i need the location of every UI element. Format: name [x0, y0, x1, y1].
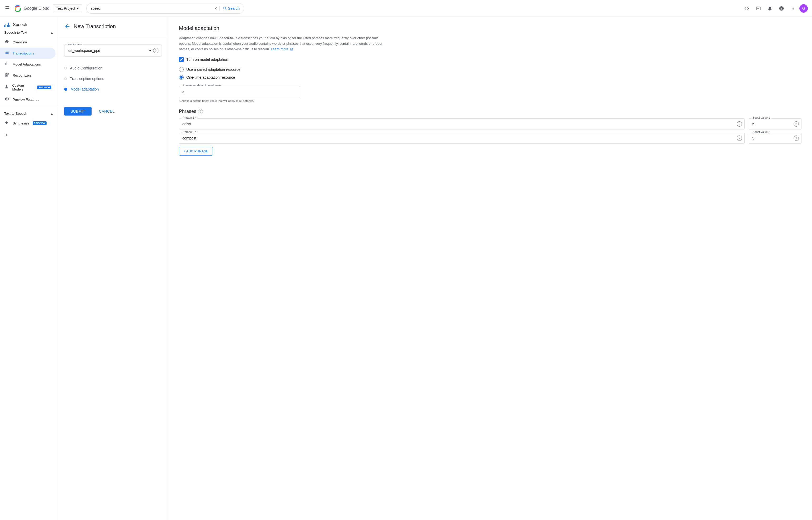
header-left: ☰ Google Cloud Test Project ▾: [4, 4, 82, 12]
model-adaptation-description: Adaptation changes how Speech-to-Text tr…: [179, 35, 384, 52]
speech-to-text-section[interactable]: Speech-to-Text ▲: [0, 28, 58, 36]
wizard-body: Workspace sst_workspace_ppd ▾ ? Audio Co…: [58, 36, 168, 122]
search-bar: ✕ Search: [86, 3, 244, 14]
phrases-section: Phrases ? Phrase 1 * ? Boost value 1 ?: [179, 109, 802, 156]
speech-waveform-icon: [4, 22, 10, 27]
sidebar-item-recognizers[interactable]: Recognizers: [0, 70, 55, 81]
boost-1-label: Boost value 1: [752, 116, 771, 119]
search-button[interactable]: Search: [219, 6, 240, 10]
header: ☰ Google Cloud Test Project ▾ ✕ Search: [0, 0, 812, 17]
google-cloud-text: Google Cloud: [24, 6, 50, 11]
sidebar-item-label: Synthesize: [12, 121, 29, 125]
search-label: Search: [228, 6, 240, 10]
sidebar-item-synthesize[interactable]: Synthesize PREVIEW: [0, 118, 55, 129]
workspace-dropdown-icon[interactable]: ▾: [149, 48, 151, 53]
hamburger-icon[interactable]: ☰: [4, 5, 10, 11]
boost-1-field: Boost value 1 ?: [749, 119, 802, 129]
step-audio-config[interactable]: Audio Configuration: [64, 63, 162, 73]
sidebar-item-custom-models[interactable]: Custom Models PREVIEW: [0, 81, 55, 94]
sidebar-item-transcriptions[interactable]: Transcriptions: [0, 48, 55, 59]
speech-to-text-label: Speech-to-Text: [4, 30, 27, 34]
phrases-help-icon[interactable]: ?: [198, 109, 203, 114]
radio-one-time-resource[interactable]: One-time adaptation resource: [179, 75, 802, 80]
phrase-2-input[interactable]: [179, 133, 744, 144]
model-adaptations-icon: [4, 61, 9, 67]
project-dropdown-icon: ▾: [77, 6, 79, 10]
workspace-selector[interactable]: Workspace sst_workspace_ppd ▾ ?: [64, 45, 162, 57]
phrase-2-field: Phrase 2 * ?: [179, 133, 744, 144]
phrases-title: Phrases ?: [179, 109, 802, 114]
app-body: Speech Speech-to-Text ▲ Overview Transcr…: [0, 17, 812, 520]
sidebar-item-label: Transcriptions: [12, 51, 34, 55]
sidebar: Speech Speech-to-Text ▲ Overview Transcr…: [0, 17, 58, 520]
radio-saved-input[interactable]: [179, 67, 184, 72]
boost-value-hint: Choose a default boost value that will a…: [179, 99, 300, 102]
avatar[interactable]: G: [800, 4, 808, 12]
sidebar-item-preview-features[interactable]: Preview Features: [0, 94, 55, 105]
workspace-controls: ▾ ?: [149, 48, 158, 53]
content-panel: Model adaptation Adaptation changes how …: [168, 17, 812, 520]
boost-value-input[interactable]: [179, 86, 300, 98]
step-label-audio: Audio Configuration: [70, 66, 102, 70]
speech-section-header: Speech: [0, 19, 58, 28]
wizard-actions: SUBMIT CANCEL: [64, 103, 162, 115]
boost-value-label: Phrase set default boost value: [182, 84, 222, 87]
phrase-1-help-icon[interactable]: ?: [737, 121, 742, 127]
search-clear-icon[interactable]: ✕: [214, 6, 217, 10]
synthesize-icon: [4, 120, 9, 126]
step-model-adaptation[interactable]: Model adaptation: [64, 84, 162, 95]
turn-on-adaptation-label: Turn on model adaptation: [186, 57, 228, 61]
project-selector[interactable]: Test Project ▾: [53, 4, 82, 12]
back-button[interactable]: [64, 23, 71, 29]
notifications-icon[interactable]: [765, 3, 775, 14]
phrase-1-field: Phrase 1 * ?: [179, 119, 744, 129]
terminal-icon[interactable]: [753, 3, 764, 14]
model-adaptation-title: Model adaptation: [179, 25, 802, 31]
add-phrase-button[interactable]: + ADD PHRASE: [179, 147, 213, 156]
step-dot-audio: [64, 67, 67, 70]
radio-saved-resource[interactable]: Use a saved adaptation resource: [179, 67, 802, 72]
wizard-title: New Transcription: [74, 23, 116, 29]
boost-1-help-icon[interactable]: ?: [793, 121, 799, 127]
step-dot-adaptation: [64, 88, 68, 91]
boost-2-field: Boost value 2 ?: [749, 133, 802, 144]
more-options-icon[interactable]: [788, 3, 798, 14]
text-to-speech-label: Text-to-Speech: [4, 111, 27, 115]
phrase-2-help-icon[interactable]: ?: [737, 135, 742, 141]
external-link-icon: [290, 48, 293, 51]
resource-type-group: Use a saved adaptation resource One-time…: [179, 67, 802, 80]
home-icon: [4, 39, 9, 45]
radio-saved-label: Use a saved adaptation resource: [186, 68, 240, 72]
text-to-speech-section[interactable]: Text-to-Speech ▲: [0, 109, 58, 118]
submit-button[interactable]: SUBMIT: [64, 107, 91, 115]
learn-more-link[interactable]: Learn more: [271, 47, 288, 51]
collapse-sidebar-btn[interactable]: [4, 133, 53, 137]
search-input[interactable]: [91, 6, 214, 10]
preview-features-icon: [4, 97, 9, 102]
wizard-panel: New Transcription Workspace sst_workspac…: [58, 17, 168, 520]
step-dot-options: [64, 77, 67, 80]
boost-2-help-icon[interactable]: ?: [793, 135, 799, 141]
google-cloud-logo[interactable]: Google Cloud: [14, 4, 50, 12]
boost-2-label: Boost value 2: [752, 130, 771, 133]
help-icon[interactable]: [776, 3, 787, 14]
phrase-1-input[interactable]: [179, 119, 744, 129]
stt-collapse-icon: ▲: [50, 31, 53, 34]
wizard-header: New Transcription: [58, 23, 168, 36]
sidebar-item-label: Preview Features: [12, 98, 39, 102]
step-transcription-options[interactable]: Transcription options: [64, 73, 162, 84]
turn-on-adaptation-checkbox[interactable]: [179, 57, 184, 62]
cancel-button[interactable]: CANCEL: [95, 107, 119, 115]
workspace-help-icon[interactable]: ?: [153, 48, 158, 53]
recognizers-icon: [4, 72, 9, 78]
step-label-adaptation: Model adaptation: [71, 87, 99, 91]
workspace-selector-wrapper: Workspace sst_workspace_ppd ▾ ?: [64, 45, 162, 57]
boost-value-field: Phrase set default boost value Choose a …: [179, 86, 300, 102]
devtools-icon[interactable]: [741, 3, 752, 14]
workspace-label: Workspace: [67, 43, 83, 46]
sidebar-item-model-adaptations[interactable]: Model Adaptations: [0, 59, 55, 70]
google-cloud-icon: [14, 4, 22, 12]
tts-collapse-icon: ▲: [50, 112, 53, 115]
radio-one-time-input[interactable]: [179, 75, 184, 80]
sidebar-item-overview[interactable]: Overview: [0, 36, 55, 48]
